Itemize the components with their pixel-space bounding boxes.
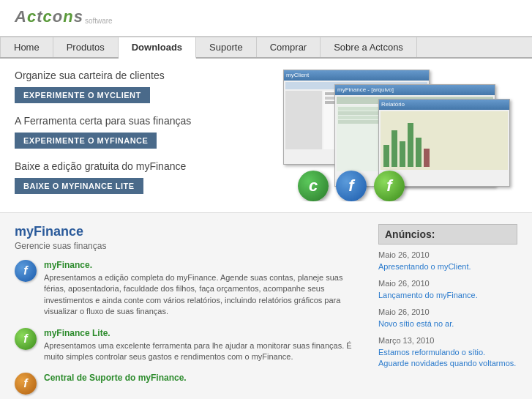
download-myfinance-lite-button[interactable]: BAIXE O MYFINANCE LITE <box>15 178 143 194</box>
hero-tagline-1: Organize sua carteira de clientes <box>15 70 254 81</box>
app-icon-c: c <box>298 171 329 201</box>
announcement-3: Maio 26, 2010 Novo sítio está no ar. <box>378 307 517 329</box>
section-title: myFinance <box>15 224 364 239</box>
win1-titlebar: myClient <box>284 70 429 81</box>
nav-comprar[interactable]: Comprar <box>257 37 321 57</box>
logo-letter-t: t <box>37 7 41 26</box>
nav-produtos[interactable]: Produtos <box>53 37 119 57</box>
logo-letter-o: o <box>53 7 61 26</box>
product-text-suporte: Central de Suporte do myFinance. <box>44 373 187 385</box>
nav-sobre[interactable]: Sobre a Actcons <box>321 37 417 57</box>
logo-letter-a: A <box>15 7 26 26</box>
announcement-4-link[interactable]: Estamos reformulando o sítio. Aguarde no… <box>378 348 516 368</box>
logo-letter-c1: c <box>27 7 35 26</box>
announcement-3-link[interactable]: Novo sítio está no ar. <box>378 319 454 328</box>
main-nav: Home Produtos Downloads Suporte Comprar … <box>0 37 532 59</box>
win2-titlebar: myFinance - [arquivo] <box>335 85 495 95</box>
hero-screenshots: myClient myFinance - [arquivo] <box>269 70 517 201</box>
win3-titlebar: Relatório <box>379 100 509 110</box>
announcement-2-link[interactable]: Lançamento do myFinance. <box>378 291 478 299</box>
announcement-1-date: Maio 26, 2010 <box>378 250 517 259</box>
sidebar: Anúncios: Maio 26, 2010 Apresentando o m… <box>378 224 517 399</box>
product-name-suporte[interactable]: Central de Suporte do myFinance. <box>44 373 187 383</box>
hero-section: Organize sua carteira de clientes EXPERI… <box>0 59 532 213</box>
app-icon-f1: f <box>336 171 367 201</box>
content-left: myFinance Gerencie suas finanças f myFin… <box>15 224 364 399</box>
product-desc-myfinance-lite: Apresentamos uma excelente ferramenta pa… <box>44 340 364 363</box>
product-item-myfinance: f myFinance. Apresentamos a edição compl… <box>15 260 364 318</box>
logo-letter-c2: c <box>42 7 50 26</box>
header: A c t c o n s software <box>0 0 532 37</box>
product-name-myfinance-lite[interactable]: myFinance Lite. <box>44 328 364 338</box>
announcement-4: Março 13, 2010 Estamos reformulando o sí… <box>378 336 517 368</box>
try-myfinance-button[interactable]: EXPERIMENTE O MYFINANCE <box>15 133 157 149</box>
logo-letter-n: n <box>63 7 72 26</box>
app-icons: c f f <box>298 171 405 201</box>
announcement-3-date: Maio 26, 2010 <box>378 307 517 316</box>
sidebar-title: Anúncios: <box>378 224 517 245</box>
logo: A c t c o n s software <box>15 7 517 26</box>
product-desc-myfinance: Apresentamos a edição completa do myFina… <box>44 272 364 318</box>
nav-suporte[interactable]: Suporte <box>196 37 257 57</box>
hero-tagline-2: A Ferramenta certa para suas finanças <box>15 115 254 127</box>
announcement-1: Maio 26, 2010 Apresentando o myClient. <box>378 250 517 272</box>
product-icon-suporte: f <box>15 373 37 395</box>
logo-letter-s: s <box>74 7 82 26</box>
product-text-myfinance: myFinance. Apresentamos a edição complet… <box>44 260 364 318</box>
section-subtitle: Gerencie suas finanças <box>15 241 364 251</box>
announcement-1-link[interactable]: Apresentando o myClient. <box>378 262 471 271</box>
announcement-2: Maio 26, 2010 Lançamento do myFinance. <box>378 279 517 300</box>
product-item-suporte: f Central de Suporte do myFinance. <box>15 373 364 395</box>
try-myclient-button[interactable]: EXPERIMENTE O MYCLIENT <box>15 87 150 103</box>
content-section: myFinance Gerencie suas finanças f myFin… <box>0 213 532 399</box>
hero-left: Organize sua carteira de clientes EXPERI… <box>15 70 269 201</box>
product-icon-myfinance: f <box>15 260 37 282</box>
product-text-myfinance-lite: myFinance Lite. Apresentamos uma excelen… <box>44 328 364 363</box>
product-icon-myfinance-lite: f <box>15 328 37 350</box>
product-name-myfinance[interactable]: myFinance. <box>44 260 364 270</box>
logo-software-label: software <box>85 17 113 25</box>
screenshot-container: myClient myFinance - [arquivo] <box>276 70 510 201</box>
announcement-4-date: Março 13, 2010 <box>378 336 517 345</box>
nav-home[interactable]: Home <box>0 37 53 57</box>
app-icon-f2: f <box>374 171 405 201</box>
nav-downloads[interactable]: Downloads <box>119 37 196 59</box>
product-item-myfinance-lite: f myFinance Lite. Apresentamos uma excel… <box>15 328 364 363</box>
hero-tagline-3: Baixe a edição gratuita do myFinance <box>15 160 254 172</box>
announcement-2-date: Maio 26, 2010 <box>378 279 517 288</box>
